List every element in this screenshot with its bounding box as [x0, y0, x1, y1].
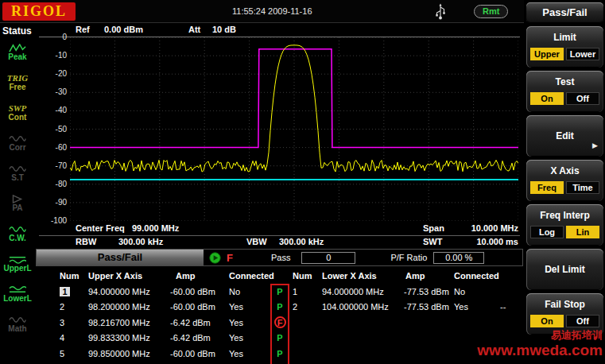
- usb-icon: [435, 3, 446, 20]
- y-tick-label: -10: [41, 51, 67, 60]
- ref-level-value: 0.00 dBm: [104, 25, 143, 34]
- cw-wave-icon: [9, 225, 26, 234]
- span-value: 10.000 MHz: [471, 223, 518, 233]
- test-on-option[interactable]: On: [530, 92, 564, 105]
- table-header-row: Num Upper X Axis Amp Connected Num Lower…: [35, 267, 523, 284]
- menu-title: Pass/Fail: [526, 2, 603, 23]
- center-freq-label: Center Freq: [76, 223, 125, 233]
- fail-indicator: F: [227, 252, 233, 264]
- x-axis-freq-option[interactable]: Freq: [530, 181, 564, 194]
- attenuation-label: Att: [188, 25, 200, 34]
- trace-plot: 0-10-20-30-40-50-60-70-80-90-100: [70, 37, 518, 221]
- softkey-x-axis[interactable]: X Axis Freq Time: [526, 160, 603, 201]
- table-row-3: 3 98.216700 MHz -6.42 dBm Yes F: [35, 315, 523, 331]
- table-row-4: 4 99.833300 MHz -6.42 dBm Yes P: [35, 331, 523, 347]
- vbw-value: 300.00 kHz: [279, 237, 324, 246]
- pf-mark: P: [277, 349, 282, 358]
- pf-mark: P: [277, 333, 282, 343]
- status-title: Status: [0, 23, 35, 37]
- fail-stop-on-option[interactable]: On: [530, 315, 564, 327]
- softkey-limit[interactable]: Limit Upper Lower: [526, 26, 603, 68]
- spectrum-display: Ref 0.00 dBm Att 10 dB 0-10-20-30-40-50-…: [35, 23, 524, 364]
- remote-indicator: Rmt: [474, 5, 508, 18]
- softkey-panel: Pass/Fail Limit Upper Lower Test On Off …: [524, 0, 605, 364]
- status-preamp: PA: [0, 188, 35, 219]
- softkey-freq-interp[interactable]: Freq Interp Log Lin: [526, 204, 603, 246]
- center-freq-row: Center Freq 99.000 MHz Span 10.000 MHz: [39, 223, 520, 236]
- span-label: Span: [423, 223, 444, 233]
- clock: 11:55:24 2009-11-16: [232, 6, 312, 16]
- freq-interp-log-option[interactable]: Log: [530, 226, 564, 238]
- run-indicator-icon: [209, 252, 221, 264]
- preamp-icon: [9, 195, 26, 203]
- pf-fail-mark: F: [274, 316, 286, 328]
- status-sweep-continuous: SWP Cont: [0, 98, 35, 128]
- y-tick-label: -60: [41, 143, 67, 152]
- rbw-value: 300.00 kHz: [118, 237, 163, 246]
- softkey-del-limit[interactable]: Del Limit: [526, 249, 603, 290]
- test-off-option[interactable]: Off: [566, 92, 599, 105]
- passfail-bar-title: Pass/Fail: [37, 250, 204, 265]
- freq-interp-lin-option[interactable]: Lin: [566, 226, 599, 238]
- pf-mark: P: [277, 287, 282, 296]
- rigol-logo: RIGOL: [2, 2, 76, 21]
- status-sig-track: S.T: [0, 158, 35, 188]
- vbw-label: VBW: [246, 237, 267, 246]
- y-tick-label: -70: [41, 161, 67, 170]
- x-axis-time-option[interactable]: Time: [566, 181, 599, 194]
- bandwidth-row: RBW 300.00 kHz VBW 300.00 kHz SWT 10.000…: [39, 237, 520, 250]
- spectrum-trace-svg: [70, 37, 518, 221]
- submenu-arrow-icon: ▶: [592, 141, 598, 149]
- correction-icon: [9, 134, 26, 143]
- math-icon: [9, 316, 26, 324]
- attenuation-value: 10 dB: [212, 25, 236, 34]
- status-math: Math: [0, 309, 35, 339]
- swt-value: 10.000 ms: [476, 237, 518, 246]
- y-tick-label: -20: [41, 69, 67, 78]
- swt-label: SWT: [423, 237, 442, 246]
- softkey-edit[interactable]: Edit ▶: [526, 115, 603, 157]
- softkey-fail-stop[interactable]: Fail Stop On Off: [526, 293, 603, 335]
- upper-limit-icon: [9, 255, 26, 264]
- ref-level-label: Ref: [76, 25, 90, 34]
- limit-upper-option[interactable]: Upper: [530, 48, 564, 60]
- softkey-test[interactable]: Test On Off: [526, 71, 603, 112]
- table-row-1: 1 94.000000 MHz -60.00 dBm No P 1 94.000…: [35, 284, 523, 300]
- y-tick-label: -40: [41, 106, 67, 114]
- status-peak: Peak: [0, 37, 35, 68]
- spectrum-analyzer-screen: RIGOL 11:55:24 2009-11-16 Rmt Status Pea…: [0, 0, 605, 364]
- table-row-5: 5 99.850000 MHz -60.00 dBm Yes P: [35, 346, 523, 362]
- pass-count-value: 0: [301, 252, 355, 264]
- ratio-value: 0.00 %: [433, 252, 484, 264]
- pass-count-label: Pass: [271, 253, 290, 262]
- rbw-label: RBW: [76, 237, 96, 246]
- y-tick-label: 0: [41, 33, 67, 41]
- pf-mark: P: [277, 302, 282, 312]
- y-tick-label: -90: [41, 198, 67, 207]
- table-row-2: 2 98.200000 MHz -60.00 dBm Yes P 2 104.0…: [35, 300, 523, 316]
- center-freq-value: 99.000 MHz: [132, 223, 179, 233]
- fail-stop-off-option[interactable]: Off: [566, 315, 599, 327]
- limit-lower-option[interactable]: Lower: [566, 48, 599, 60]
- ref-att-row: Ref 0.00 dBm Att 10 dB: [39, 25, 520, 37]
- selected-row-number: 1: [60, 287, 70, 296]
- top-bar: RIGOL 11:55:24 2009-11-16 Rmt: [0, 0, 524, 23]
- peak-detector-icon: [9, 44, 26, 52]
- y-tick-label: -80: [41, 180, 67, 188]
- status-panel: Status Peak TRIG Free SWP Cont Corr S.T …: [0, 23, 35, 364]
- passfail-status-bar: Pass/Fail F Pass 0 P/F Ratio 0.00 %: [36, 249, 523, 266]
- y-tick-label: -30: [41, 87, 67, 96]
- sig-track-icon: [9, 165, 26, 173]
- status-trigger-free: TRIG Free: [0, 68, 35, 98]
- y-tick-label: -50: [41, 125, 67, 134]
- status-upper-limit: UpperL: [0, 249, 35, 279]
- status-correction: Corr: [0, 128, 35, 158]
- status-lower-limit: LowerL: [0, 279, 35, 309]
- lower-limit-icon: [9, 285, 26, 294]
- status-cw-signal: C.W.: [0, 219, 35, 249]
- limit-points-table: Num Upper X Axis Amp Connected Num Lower…: [35, 267, 523, 364]
- ratio-label: P/F Ratio: [390, 253, 427, 262]
